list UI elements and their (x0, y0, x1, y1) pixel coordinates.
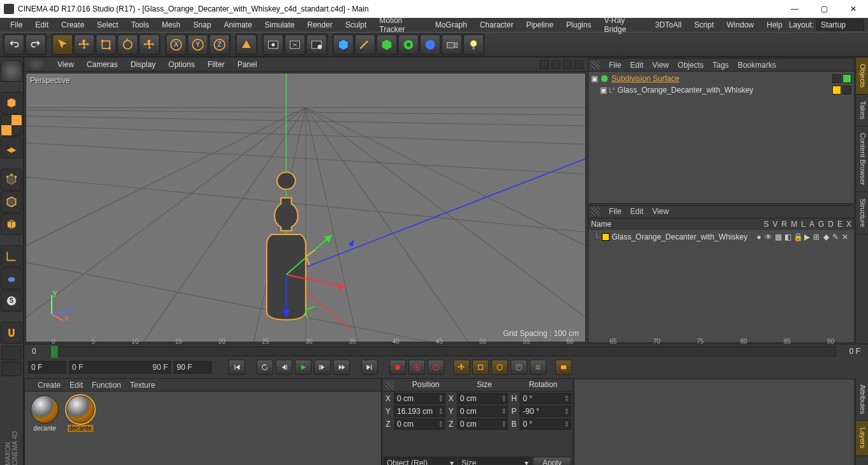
menu-v-ray-bridge[interactable]: V-Ray Bridge (597, 14, 648, 36)
menu-plugins[interactable]: Plugins (560, 19, 597, 31)
menu-animate[interactable]: Animate (218, 19, 258, 31)
layout-select[interactable]: Startup (816, 19, 864, 31)
menu-character[interactable]: Character (474, 19, 520, 31)
rotation-input-b[interactable]: 0 °▲▼ (520, 418, 571, 430)
menu-script[interactable]: Script (688, 19, 721, 31)
viewport-globe-icon[interactable] (28, 59, 45, 70)
texture-mode-button[interactable] (1, 114, 22, 136)
vp-icon-4[interactable] (574, 60, 583, 69)
object-mode-button[interactable] (1, 92, 22, 114)
record-button[interactable] (389, 360, 406, 375)
position-input-y[interactable]: 16.193 cm▲▼ (394, 406, 445, 417)
position-input-x[interactable]: 0 cm▲▼ (394, 393, 445, 404)
freeform-tool[interactable] (139, 34, 160, 55)
size-input-z[interactable]: 0 cm▲▼ (457, 418, 509, 430)
layer-item[interactable]: Glass_Orange_Decanter_with_Whiskey (612, 232, 748, 241)
tab-takes[interactable]: Takes (856, 95, 868, 126)
material-menu-create[interactable]: Create (38, 381, 61, 390)
light-button[interactable] (463, 34, 484, 55)
play-button[interactable] (295, 360, 311, 375)
object-item[interactable]: Subdivision Surface (611, 74, 679, 83)
point-mode-button[interactable] (1, 169, 22, 190)
key-pla-button[interactable] (530, 360, 546, 375)
camera-button[interactable] (442, 34, 462, 55)
key-param-button[interactable]: P (511, 360, 527, 375)
tab-objects[interactable]: Objects (856, 57, 868, 95)
axis-toggle-button[interactable] (1, 245, 22, 267)
menu-3dtoall[interactable]: 3DToAll (649, 19, 688, 31)
layer-toggle-l[interactable]: 🔒 (793, 232, 801, 241)
generator-button[interactable] (377, 34, 397, 55)
timeline-toggle-1[interactable] (1, 346, 22, 360)
environment-button[interactable] (420, 34, 440, 55)
objects-menu-view[interactable]: View (652, 61, 669, 70)
size-mode-select[interactable]: Size▾ (458, 457, 532, 465)
polygon-mode-button[interactable] (1, 213, 22, 235)
key-rot-button[interactable] (491, 360, 508, 375)
panel-grip-icon[interactable] (591, 61, 600, 70)
menu-pipeline[interactable]: Pipeline (520, 19, 560, 31)
objects-menu-bookmarks[interactable]: Bookmarks (738, 61, 776, 70)
loop-button[interactable] (257, 360, 273, 375)
goto-end-button[interactable] (361, 360, 378, 375)
rotation-input-h[interactable]: 0 °▲▼ (520, 393, 571, 404)
model-mode-button[interactable] (1, 60, 22, 82)
goto-start-button[interactable] (228, 360, 245, 375)
timeline-track[interactable]: 051015202530354045505560657075808590 (50, 346, 836, 356)
material-menu-edit[interactable]: Edit (70, 381, 83, 390)
animation-mode-button[interactable] (555, 360, 572, 375)
coord-space-select[interactable]: Object (Rel)▾ (384, 457, 457, 465)
menu-help[interactable]: Help (760, 19, 789, 31)
render-settings-button[interactable] (306, 34, 327, 55)
obj-layer-swatch[interactable] (832, 86, 841, 95)
forward-button[interactable] (333, 360, 350, 375)
tab-structure[interactable]: Structure (856, 192, 868, 234)
cube-primitive-button[interactable] (333, 34, 354, 55)
tab-layers[interactable]: Layers (856, 421, 868, 455)
tab-content-browser[interactable]: Content Browser (856, 126, 868, 192)
menu-select[interactable]: Select (91, 19, 124, 31)
prev-frame-button[interactable] (276, 360, 292, 375)
layers-menu-edit[interactable]: Edit (630, 207, 643, 216)
vp-icon-2[interactable] (551, 60, 560, 69)
expand-icon[interactable]: ▣ (591, 74, 597, 83)
layer-toggle-e[interactable]: ✎ (832, 232, 839, 241)
layer-toggle-s[interactable]: ● (755, 232, 763, 241)
close-button[interactable]: ✕ (839, 0, 868, 18)
vp-icon-1[interactable] (540, 60, 549, 69)
edge-mode-button[interactable] (1, 191, 22, 213)
layer-toggle-v[interactable]: 👁 (765, 232, 772, 241)
redo-button[interactable] (26, 34, 46, 55)
expand-icon[interactable]: ▣ (600, 86, 606, 95)
menu-sculpt[interactable]: Sculpt (339, 19, 373, 31)
obj-vis-icon[interactable] (842, 86, 851, 95)
vp-menu-display[interactable]: Display (124, 58, 161, 71)
tab-attributes[interactable]: Attributes (856, 378, 868, 421)
panel-grip-icon[interactable] (591, 207, 600, 216)
size-input-y[interactable]: 0 cm▲▼ (457, 406, 509, 417)
menu-mesh[interactable]: Mesh (155, 19, 186, 31)
vp-icon-3[interactable] (563, 60, 572, 69)
objects-menu-file[interactable]: File (609, 61, 621, 70)
objects-menu-objects[interactable]: Objects (678, 61, 704, 70)
material-thumb[interactable]: decante (64, 395, 96, 465)
select-tool[interactable] (52, 34, 73, 55)
vp-menu-view[interactable]: View (51, 58, 80, 71)
vp-menu-cameras[interactable]: Cameras (80, 58, 124, 71)
menu-render[interactable]: Render (301, 19, 339, 31)
axis-y-button[interactable]: Y (188, 34, 208, 55)
viewport-perspective[interactable]: Perspective (26, 73, 586, 342)
menu-tools[interactable]: Tools (124, 19, 155, 31)
menu-edit[interactable]: Edit (29, 19, 55, 31)
vp-menu-filter[interactable]: Filter (201, 58, 231, 71)
material-menu-texture[interactable]: Texture (130, 381, 155, 390)
rotate-tool[interactable] (117, 34, 138, 55)
layer-toggle-x[interactable]: ✕ (841, 232, 849, 241)
menu-create[interactable]: Create (55, 19, 91, 31)
rotation-input-p[interactable]: -90 °▲▼ (520, 406, 571, 417)
apply-button[interactable]: Apply (533, 457, 571, 465)
next-frame-button[interactable] (314, 360, 331, 375)
layers-menu-file[interactable]: File (609, 207, 621, 216)
material-thumb[interactable]: decante (29, 395, 61, 465)
workplane-button[interactable] (1, 137, 22, 158)
